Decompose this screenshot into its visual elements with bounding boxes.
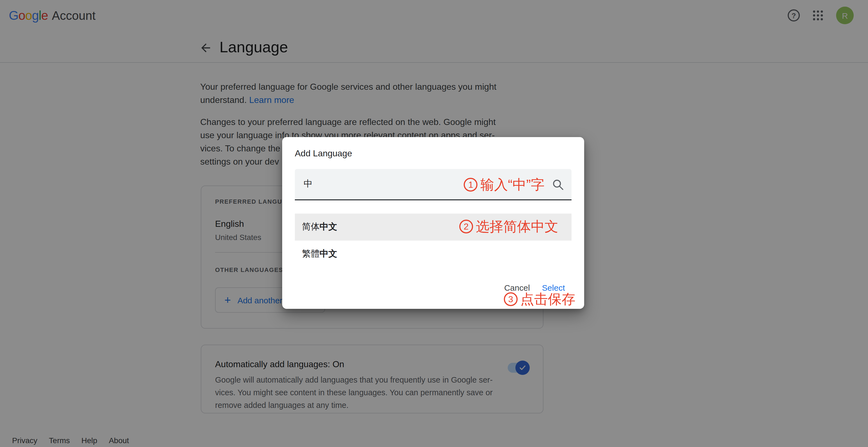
annotation-step-text: 点击保存 xyxy=(520,292,576,307)
search-icon xyxy=(552,178,564,191)
annotation-step-3: 3 点击保存 xyxy=(504,292,576,307)
annotation-step-number: 2 xyxy=(459,220,473,233)
result-text-match: 中文 xyxy=(319,248,337,260)
annotation-step-number: 3 xyxy=(504,292,518,306)
result-text: 简体 xyxy=(302,221,319,233)
annotation-step-1: 1 输入“中”字 xyxy=(464,177,545,192)
annotation-step-text: 输入“中”字 xyxy=(480,177,545,192)
annotation-step-2: 2 选择简体中文 xyxy=(459,219,558,234)
annotation-step-text: 选择简体中文 xyxy=(476,219,558,234)
result-text-match: 中文 xyxy=(319,221,337,233)
result-row-traditional-chinese[interactable]: 繁體中文 xyxy=(295,241,571,267)
dialog-title: Add Language xyxy=(295,149,352,158)
google-account-language-page: G o o g l e Account ? R Language Your pr… xyxy=(0,0,868,447)
result-text: 繁體 xyxy=(302,248,319,260)
annotation-step-number: 1 xyxy=(464,178,478,191)
